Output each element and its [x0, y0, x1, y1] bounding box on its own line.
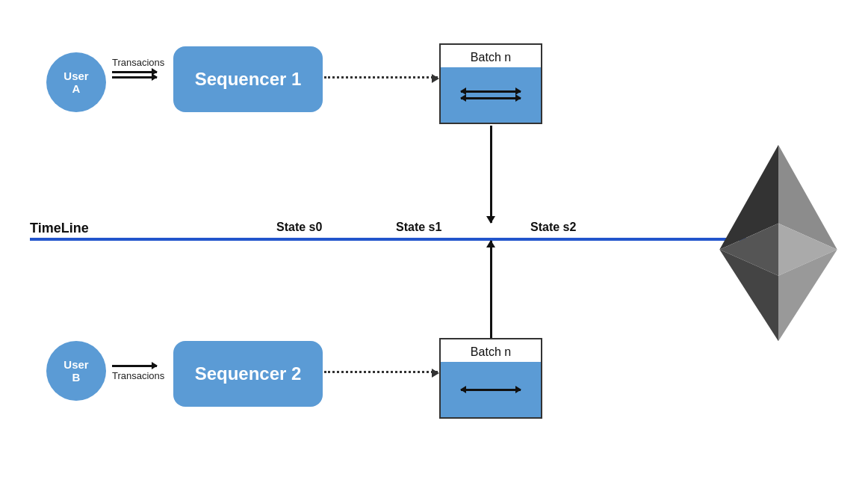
user-b-circle: User B	[46, 341, 106, 401]
transactions-bottom-label: Transacions	[112, 370, 164, 381]
dotted-arrow-top	[324, 76, 438, 79]
state-s2-label: State s2	[530, 221, 576, 234]
arrow-line-bottom	[112, 365, 157, 367]
state-s1-label: State s1	[396, 221, 441, 234]
sequencer-2-label: Sequencer 2	[195, 363, 302, 384]
batch-bottom-arrows-area	[441, 362, 541, 417]
vert-arrow-up	[490, 241, 492, 338]
sequencer-2-box: Sequencer 2	[173, 341, 323, 407]
batch-bottom-title: Batch n	[471, 339, 511, 362]
user-b-line2: B	[72, 371, 81, 384]
timeline-label: TimeLine	[30, 221, 89, 236]
single-arrow-bottom	[112, 365, 157, 367]
user-a-line1: User	[63, 70, 88, 82]
arrow-line-2	[112, 76, 157, 79]
horiz-arrow-1	[461, 90, 521, 93]
user-a-circle: User A	[46, 52, 106, 112]
ethereum-logo	[711, 138, 846, 348]
batch-top-box: Batch n	[439, 43, 542, 124]
user-a-line2: A	[72, 82, 81, 95]
horiz-arrow-2	[461, 97, 521, 99]
arrow-line-1	[112, 71, 157, 73]
sequencer-1-label: Sequencer 1	[195, 69, 302, 90]
diagram-container: TimeLine State s0 State s1 State s2 User…	[0, 0, 868, 486]
user-b-line1: User	[63, 358, 88, 371]
sequencer-1-box: Sequencer 1	[173, 46, 323, 112]
state-s0-label: State s0	[276, 221, 322, 234]
transactions-top-label: Transacions	[112, 57, 164, 68]
double-arrow-top	[112, 71, 157, 79]
transactions-top-group: Transacions	[112, 57, 164, 79]
batch-bottom-box: Batch n	[439, 338, 542, 419]
dotted-arrow-bottom	[324, 371, 438, 373]
batch-bottom-double-horiz	[461, 389, 521, 391]
transactions-bottom-group: Transacions	[112, 365, 164, 381]
batch-top-arrows-area	[441, 67, 541, 123]
horiz-arrow-3	[461, 389, 521, 391]
timeline-line	[30, 238, 792, 241]
batch-top-double-horiz	[461, 90, 521, 99]
vert-arrow-down	[490, 126, 492, 223]
batch-top-title: Batch n	[471, 45, 511, 67]
